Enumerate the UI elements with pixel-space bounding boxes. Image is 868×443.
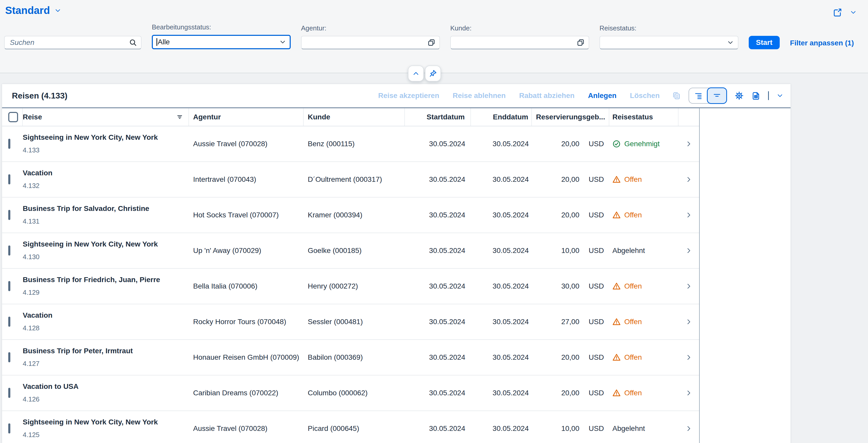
fee-amount: 27,00 (532, 318, 579, 326)
deduct-discount-button[interactable]: Rabatt abziehen (519, 92, 575, 100)
row-checkbox[interactable] (8, 423, 10, 434)
table-title: Reisen (4.133) (12, 91, 67, 101)
row-checkbox[interactable] (8, 388, 10, 398)
trip-id: 4.125 (23, 431, 185, 439)
copy-icon[interactable] (672, 91, 681, 100)
chevron-right-icon[interactable] (685, 247, 692, 254)
chevron-down-icon[interactable] (55, 7, 61, 14)
collapse-all-icon[interactable] (707, 88, 727, 104)
pin-icon (429, 69, 437, 78)
expand-all-icon[interactable] (689, 89, 708, 103)
chevron-right-icon[interactable] (685, 176, 692, 183)
settings-gear-icon[interactable] (735, 91, 744, 100)
accept-trip-button[interactable]: Reise akzeptieren (378, 92, 439, 100)
agency-cell: Aussie Travel (070028) (189, 140, 304, 148)
chevron-right-icon[interactable] (685, 389, 692, 397)
agency-cell: Bella Italia (070006) (189, 282, 304, 291)
value-help-icon[interactable] (577, 39, 585, 46)
chevron-right-icon[interactable] (685, 140, 692, 147)
trip-title: Business Trip for Salvador, Christine (23, 205, 185, 213)
table-row[interactable]: Sightseeing in New York City, New York 4… (2, 411, 699, 443)
search-field[interactable] (4, 36, 142, 49)
row-checkbox[interactable] (8, 210, 10, 220)
warning-triangle-icon (612, 282, 621, 291)
table-row[interactable]: Sightseeing in New York City, New York 4… (2, 233, 699, 269)
chevron-right-icon[interactable] (685, 283, 692, 290)
row-checkbox[interactable] (8, 245, 10, 255)
customer-cell: Benz (000115) (304, 140, 405, 148)
export-spreadsheet-icon[interactable] (751, 91, 760, 100)
reisestatus-select[interactable] (599, 36, 738, 49)
agentur-input[interactable] (301, 36, 440, 49)
select-all-checkbox[interactable] (8, 112, 18, 122)
kunde-input[interactable] (450, 36, 589, 49)
column-header-enddatum[interactable]: Enddatum (471, 108, 532, 126)
trip-title: Business Trip for Peter, Irmtraut (23, 347, 185, 355)
startdate-cell: 30.05.2024 (405, 353, 471, 362)
chevron-down-icon[interactable] (850, 9, 857, 16)
row-select-cell (2, 389, 23, 397)
table-row[interactable]: Sightseeing in New York City, New York 4… (2, 126, 699, 162)
status-text: Offen (624, 353, 642, 362)
column-header-reise[interactable]: Reise (23, 108, 189, 126)
agency-cell: Up 'n' Away (070029) (189, 246, 304, 255)
search-icon[interactable] (129, 39, 137, 46)
status-cell: Genehmigt (609, 140, 679, 148)
trip-cell: Sightseeing in New York City, New York 4… (23, 134, 189, 154)
filter-label: Agentur: (301, 24, 440, 32)
column-header-reisestatus[interactable]: Reisestatus (609, 108, 679, 126)
fee-amount: 20,00 (532, 353, 579, 362)
warning-triangle-icon (612, 175, 621, 183)
reject-trip-button[interactable]: Reise ablehnen (453, 92, 505, 100)
table-row[interactable]: Business Trip for Salvador, Christine 4.… (2, 198, 699, 233)
trip-id: 4.132 (23, 182, 185, 190)
column-header-startdatum[interactable]: Startdatum (405, 108, 471, 126)
agency-cell: Caribian Dreams (070022) (189, 389, 304, 397)
variant-selector[interactable]: Standard (5, 5, 61, 16)
row-checkbox[interactable] (8, 352, 10, 362)
row-nav-cell (679, 140, 699, 147)
table-row[interactable]: Business Trip for Friedrich, Juan, Pierr… (2, 269, 699, 304)
row-checkbox[interactable] (8, 317, 10, 327)
column-header-agentur[interactable]: Agentur (189, 108, 304, 126)
row-checkbox[interactable] (8, 281, 10, 291)
table-row[interactable]: Vacation to USA 4.126 Caribian Dreams (0… (2, 375, 699, 411)
chevron-right-icon[interactable] (685, 318, 692, 326)
delete-button[interactable]: Löschen (630, 92, 660, 100)
chevron-down-icon[interactable] (777, 92, 783, 99)
table-filter-icon (176, 113, 183, 121)
trip-id: 4.129 (23, 288, 185, 297)
chevron-right-icon[interactable] (685, 211, 692, 219)
share-icon[interactable] (833, 8, 842, 17)
status-cell: Offen (609, 282, 679, 291)
pin-header-button[interactable] (425, 66, 441, 81)
search-input[interactable] (9, 38, 129, 47)
view-switch (688, 88, 727, 104)
row-checkbox[interactable] (8, 174, 10, 184)
chevron-right-icon[interactable] (685, 425, 692, 432)
startdate-cell: 30.05.2024 (405, 424, 471, 433)
trip-title: Sightseeing in New York City, New York (23, 134, 185, 142)
table-row[interactable]: Vacation 4.128 Rocky Horror Tours (07004… (2, 304, 699, 340)
trip-id: 4.133 (23, 146, 185, 154)
row-select-cell (2, 211, 23, 219)
table-row[interactable]: Business Trip for Peter, Irmtraut 4.127 … (2, 340, 699, 375)
chevron-right-icon[interactable] (685, 354, 692, 361)
chevron-down-icon (727, 39, 734, 46)
value-help-icon[interactable] (428, 39, 435, 46)
warning-triangle-icon (612, 211, 621, 219)
table-row[interactable]: Vacation 4.132 Intertravel (070043) D´Ou… (2, 162, 699, 198)
chevron-up-icon (412, 70, 420, 77)
bearbeitungsstatus-select[interactable]: Alle (152, 35, 291, 49)
trip-cell: Vacation to USA 4.126 (23, 383, 189, 403)
column-header-reservierungsgeb[interactable]: Reservierungsgeb... (532, 108, 609, 126)
startdate-cell: 30.05.2024 (405, 246, 471, 255)
collapse-header-button[interactable] (408, 66, 424, 81)
status-cell: Offen (609, 389, 679, 397)
row-checkbox[interactable] (8, 139, 10, 149)
create-button[interactable]: Anlegen (588, 92, 616, 100)
trip-cell: Vacation 4.132 (23, 169, 189, 190)
start-button[interactable]: Start (749, 36, 780, 49)
adapt-filters-link[interactable]: Filter anpassen (1) (790, 39, 854, 47)
column-header-kunde[interactable]: Kunde (304, 108, 405, 126)
